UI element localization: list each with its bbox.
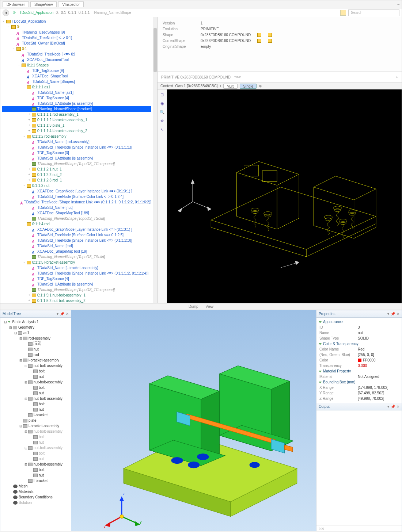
model-tree-node[interactable]: ⊟as1 <box>2 330 69 336</box>
property-section-header[interactable]: Material Property <box>319 369 399 373</box>
model-tree-node[interactable]: bolt <box>2 451 69 456</box>
breadcrumb-root[interactable]: TDocStd_Application <box>19 11 53 15</box>
tree-node[interactable]: +0:1:1:1:2 l-bracket-assembly_1 <box>2 117 151 123</box>
model-tree-node[interactable]: nut <box>2 341 69 347</box>
tree-node[interactable]: TDataStd_Name [rod-assembly] <box>2 139 151 145</box>
tree-node[interactable]: -0:1:1:2 rod-assembly <box>2 134 151 139</box>
tree-node[interactable]: TDataStd_Name [rod] <box>2 243 151 249</box>
shape-link-icon[interactable] <box>257 33 261 37</box>
tree-node[interactable]: XCAFDoc_ShapeMapTool [19] <box>2 249 151 254</box>
model-tree-node[interactable]: ⊟rod-assembly <box>2 336 69 341</box>
minimize-icon[interactable]: – <box>395 2 402 6</box>
model-tree-node[interactable]: rod <box>2 352 69 357</box>
tool-zoom[interactable]: 🔍 <box>160 110 165 115</box>
shape-link-icon[interactable] <box>268 39 272 43</box>
panel-pin-icon[interactable]: 📌 <box>391 312 395 316</box>
tab-vinspector[interactable]: VInspector <box>58 1 84 7</box>
breadcrumb-part[interactable]: 0:1 <box>61 11 66 15</box>
tab-dfbrowser[interactable]: DFBrowser <box>3 1 29 7</box>
model-tree-node[interactable]: nut <box>2 440 69 445</box>
model-tree-node[interactable]: ⊟l-bracket-assembly <box>2 423 69 429</box>
tree-node[interactable]: TNaming_NamedShape [TopoDS_TCompound] <box>2 287 151 292</box>
model-tree-node[interactable]: ⊟nut-bolt-assembly <box>2 445 69 451</box>
tree-node[interactable]: TDF_TagSource [3] <box>2 150 151 156</box>
model-tree-node[interactable]: Solution <box>2 500 69 505</box>
tree-node[interactable]: TDataStd_TreeNode [Shape Instance Link <… <box>2 238 151 243</box>
model-tree-node[interactable]: bolt <box>2 401 69 407</box>
tool-fit[interactable]: ⊡ <box>160 92 165 97</box>
tree-node[interactable]: -0: <box>2 24 151 30</box>
tree-node[interactable]: XCAFDoc_ShapeMapTool [189] <box>2 210 151 216</box>
tree-node[interactable]: XCAFDoc_GraphNode [Layer Instance Link <… <box>2 188 151 194</box>
tree-node[interactable]: TDataStd_Name [nut] <box>2 205 151 210</box>
output-footer-tab[interactable]: Log <box>316 525 402 531</box>
model-tree-node[interactable]: nut <box>2 347 69 352</box>
tree-node[interactable]: TNaming_UsedShapes [9] <box>2 30 151 35</box>
model-tree-node[interactable]: Materials <box>2 489 69 494</box>
model-tree-node[interactable]: ⊟nut-bolt-assembly <box>2 429 69 434</box>
model-tree-node[interactable]: l-bracket <box>2 478 69 483</box>
model-tree[interactable]: ⊟Static Analysis 1⊟Geometry⊟as1⊟rod-asse… <box>0 318 71 531</box>
render-viewport[interactable]: z y x <box>71 310 316 531</box>
panel-menu-icon[interactable]: ▾ <box>387 312 389 316</box>
panel-menu-icon[interactable]: ▾ <box>387 405 389 409</box>
tree-node[interactable]: +0:1:1:2:1 nut_1 <box>2 167 151 172</box>
tree-node[interactable]: +0:1:1:5:2 nut-bolt-assembly_2 <box>2 298 151 303</box>
reload-button[interactable]: ⟳ <box>11 10 17 16</box>
tree-node[interactable]: TNaming_NamedShape [TopoDS_TCompound] <box>2 161 151 167</box>
model-tree-node[interactable]: bolt <box>2 434 69 440</box>
breadcrumb[interactable]: TDocStd_Application 0: 0:1 0:1:1 0:1:1:1… <box>19 11 338 15</box>
back-button[interactable]: ◄ <box>3 9 9 16</box>
tree-node[interactable]: TNaming_NamedShape [product] <box>2 106 151 112</box>
tree-node[interactable]: TDataStd_Name [Shapes] <box>2 79 151 84</box>
tree-node[interactable]: TDataStd_TreeNode [Surface Color Link <=… <box>2 194 151 199</box>
model-tree-node[interactable]: ⊟l-bracket-assembly <box>2 357 69 363</box>
panel-close-icon[interactable]: ✕ <box>397 405 399 409</box>
tree-node[interactable]: TDF_TagSource [4] <box>2 95 151 101</box>
tree-node[interactable]: TDataStd_UAttribute [is assembly] <box>2 282 151 287</box>
model-tree-node[interactable]: bolt <box>2 368 69 374</box>
multi-mode[interactable]: Multi <box>223 84 238 89</box>
model-tree-node[interactable]: l-bracket <box>2 412 69 418</box>
expand-icon[interactable]: ⊕ <box>259 84 262 88</box>
document-tree[interactable]: -TDocStd_Application-0:TNaming_UsedShape… <box>0 17 158 303</box>
tree-node[interactable]: TDataStd_Name [l-bracket-assembly] <box>2 265 151 271</box>
tree-node[interactable]: TDataStd_TreeNode [ <=> 0:] <box>2 51 151 57</box>
tree-node[interactable]: TDocStd_Owner [BinOcaf] <box>2 41 151 46</box>
model-tree-node[interactable]: nut <box>2 472 69 478</box>
tree-node[interactable]: -0:1 <box>2 46 151 51</box>
tree-node[interactable]: TDataStd_TreeNode [Shape Instance Link <… <box>2 199 151 205</box>
model-tree-node[interactable]: nut <box>2 456 69 462</box>
model-tree-node[interactable]: bolt <box>2 385 69 390</box>
tree-node[interactable]: -0:1:1:1 as1 <box>2 84 151 90</box>
tree-node[interactable]: -0:1:1:5 l-bracket-assembly <box>2 260 151 265</box>
model-tree-node[interactable]: nut <box>2 390 69 396</box>
search-input[interactable]: Search <box>348 9 399 16</box>
model-tree-node[interactable]: ⊟nut-bolt-assembly <box>2 396 69 401</box>
panel-close-icon[interactable]: ✕ <box>397 312 399 316</box>
tree-node[interactable]: TDataStd_UAttribute [is assembly] <box>2 156 151 161</box>
model-tree-node[interactable]: ⊟nut-bolt-assembly <box>2 462 69 467</box>
tree-node[interactable]: +0:1:1:1:1 rod-assembly_1 <box>2 112 151 117</box>
model-tree-node[interactable]: ⊟Geometry <box>2 325 69 330</box>
shape-link-icon[interactable] <box>268 33 272 37</box>
tree-node[interactable]: TDataStd_TreeNode [ <=> 0:1] <box>2 35 151 41</box>
model-tree-node[interactable]: bolt <box>2 467 69 472</box>
tree-node[interactable]: TDataStd_TreeNode [Shape Instance Link <… <box>2 145 151 150</box>
tree-node[interactable]: -0:1:1:3 nut <box>2 183 151 188</box>
breadcrumb-part[interactable]: 0:1:1 <box>68 11 76 15</box>
model-tree-node[interactable]: ⊟Static Analysis 1 <box>2 319 69 325</box>
wireframe-viewport[interactable] <box>167 89 402 303</box>
tool-rotate[interactable]: ◉ <box>160 101 165 106</box>
tree-node[interactable]: +0:1:1:2:2 nut_2 <box>2 172 151 177</box>
tree-node[interactable]: XCAFDoc_GraphNode [Layer Instance Link <… <box>2 227 151 232</box>
panel-menu-icon[interactable]: ▾ <box>57 312 58 316</box>
highlight-toggle[interactable] <box>340 10 346 16</box>
tree-node[interactable]: TNaming_NamedShape [TopoDS_TSolid] <box>2 216 151 221</box>
property-section-header[interactable]: Appearance <box>319 320 399 324</box>
tree-node[interactable]: TDataStd_TreeNode [Surface Color Link <=… <box>2 232 151 238</box>
model-tree-node[interactable]: Boundary Conditions <box>2 494 69 500</box>
tree-node[interactable]: -TDocStd_Application <box>2 19 151 24</box>
tree-node[interactable]: TDataStd_TreeNode [Shape Instance Link <… <box>2 271 151 276</box>
status-dump[interactable]: Dump <box>189 305 198 309</box>
